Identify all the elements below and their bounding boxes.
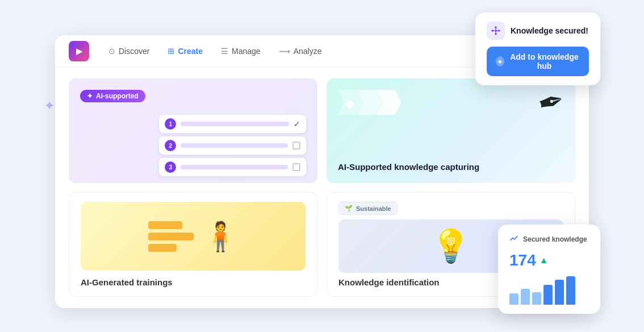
checklist-num-1: 1 (165, 118, 176, 130)
checklist-num-2: 2 (165, 140, 176, 151)
discover-icon: ⊙ (108, 47, 115, 56)
popup-knowledge-icon (487, 22, 505, 40)
checklist-box-3 (292, 163, 300, 171)
analyze-icon: ⟿ (279, 47, 290, 56)
chart-bar-2 (521, 289, 530, 305)
checklist-line-2 (181, 143, 288, 148)
chart-bar-6 (566, 276, 575, 305)
bulb-icon: 💡 (431, 227, 471, 265)
badge-star-icon: ✦ (87, 92, 93, 100)
knowledge-capturing-title: AI-Supported knowledge capturing (338, 162, 564, 172)
training-visual: 🧍 (81, 202, 306, 271)
checklist-item-2: 2 (159, 136, 306, 155)
card-ai-flow: ✦ AI-supported 1 ✓ 2 (69, 78, 317, 183)
chart-up-arrow: ▲ (540, 255, 549, 265)
add-to-knowledge-hub-button[interactable]: ● Add to knowledge hub (487, 47, 589, 76)
checklist-line-1 (181, 122, 289, 126)
popup-secured-knowledge-chart: Secured knowledge 174 ▲ (498, 225, 600, 314)
nav-discover[interactable]: ⊙ Discover (101, 43, 157, 59)
deco-sparkle-1: ✦ (44, 98, 55, 114)
training-person-icon: 🧍 (203, 222, 238, 251)
nav-create[interactable]: ⊞ Create (160, 43, 211, 59)
bar-1 (148, 221, 182, 229)
checklist-visual: 1 ✓ 2 3 (159, 115, 306, 176)
pen-graphic: ✒ (534, 81, 568, 123)
plus-circle-icon: ● (496, 56, 504, 67)
chart-bar-4 (543, 285, 553, 305)
chart-value: 174 (509, 251, 536, 269)
bar-chart (509, 276, 589, 305)
checklist-item-3: 3 (159, 158, 306, 176)
create-icon: ⊞ (168, 47, 174, 56)
popup-title: Knowledge secured! (511, 26, 588, 35)
checklist-num-3: 3 (165, 161, 176, 173)
sustainable-icon: 🌱 (345, 205, 353, 212)
nav-manage[interactable]: ☰ Manage (213, 43, 269, 59)
nav-analyze[interactable]: ⟿ Analyze (271, 43, 330, 59)
chart-bar-5 (555, 280, 564, 305)
card-ai-trainings: 🧍 AI-Generated trainings (69, 192, 317, 297)
chart-header: Secured knowledge (509, 234, 589, 244)
chart-bar-3 (532, 292, 541, 305)
checklist-box-2 (292, 142, 300, 150)
popup-header: Knowledge secured! (487, 22, 589, 40)
manage-icon: ☰ (221, 47, 228, 56)
ai-supported-badge: ✦ AI-supported (80, 90, 145, 102)
sustainable-badge: 🌱 Sustainable (338, 202, 398, 215)
checklist-line-3 (181, 165, 288, 169)
chart-value-row: 174 ▲ (509, 251, 589, 269)
chart-title: Secured knowledge (523, 235, 587, 243)
trend-icon (509, 234, 518, 244)
sparkle-knowledge: ✦ (342, 94, 357, 114)
card-knowledge-capturing: ✦ ✒ AI-Supported knowledge capturing (327, 78, 575, 183)
checklist-item-1: 1 ✓ (159, 115, 306, 133)
training-bars (148, 221, 194, 252)
bar-2 (148, 233, 194, 240)
chart-bar-1 (509, 293, 518, 305)
bar-3 (148, 244, 177, 252)
trainings-title: AI-Generated trainings (81, 277, 306, 287)
main-container: ✦ ✦ ▶ ⊙ Discover ⊞ Create ☰ Manage (38, 13, 606, 319)
app-logo: ▶ (69, 41, 89, 61)
popup-knowledge-secured: Knowledge secured! ● Add to knowledge hu… (475, 13, 600, 85)
check-icon-1: ✓ (294, 119, 300, 128)
